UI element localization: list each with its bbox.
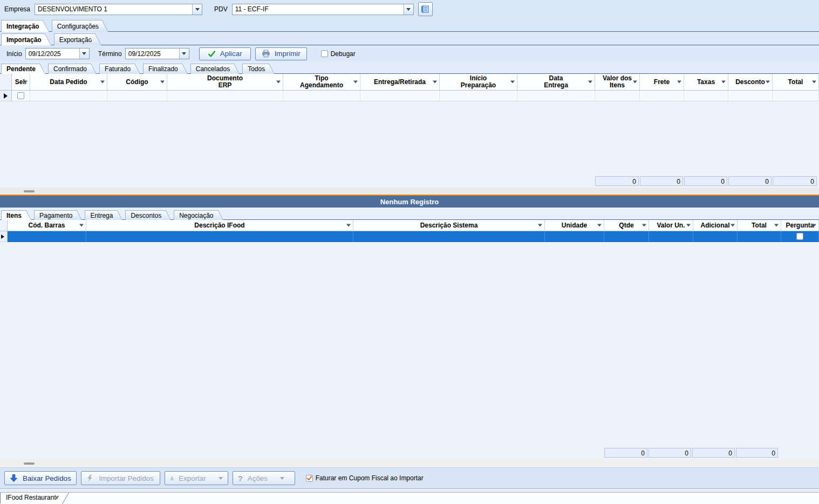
column-header-frete[interactable]: Frete bbox=[640, 74, 684, 91]
filter-row: Início 09/12/2025 Término 09/12/2025 Apl… bbox=[0, 45, 819, 62]
filter-arrow-icon[interactable] bbox=[721, 81, 726, 86]
column-header-data-pedido[interactable]: Data Pedido bbox=[30, 74, 107, 91]
pergunta-cell[interactable] bbox=[781, 231, 819, 242]
filter-arrow-icon[interactable] bbox=[353, 81, 358, 86]
tab-pendente[interactable]: Pendente bbox=[1, 64, 39, 74]
checkbox-checked-icon[interactable] bbox=[306, 475, 313, 482]
tab-todos[interactable]: Todos bbox=[242, 64, 268, 74]
checkbox-icon[interactable] bbox=[321, 50, 328, 57]
table-row[interactable] bbox=[0, 91, 819, 101]
column-header-qtde[interactable]: Qtde bbox=[604, 220, 649, 231]
filter-arrow-icon[interactable] bbox=[766, 81, 770, 86]
tab-itens[interactable]: Itens bbox=[1, 210, 25, 220]
inicio-date-picker[interactable]: 09/12/2025 bbox=[25, 48, 90, 59]
chevron-down-icon[interactable] bbox=[79, 49, 89, 59]
filter-arrow-icon[interactable] bbox=[774, 224, 779, 229]
filter-arrow-icon[interactable] bbox=[812, 224, 816, 229]
column-header-cod-barras[interactable]: Cód. Barras bbox=[8, 220, 86, 231]
page-tab-ifood-restaurante[interactable]: IFood Restaurante bbox=[0, 493, 62, 503]
debugar-checkbox[interactable]: Debugar bbox=[321, 50, 356, 58]
column-header-tipo-agendamento[interactable]: Tipo Agendamento bbox=[283, 74, 360, 91]
tab-cancelados[interactable]: Cancelados bbox=[190, 64, 233, 74]
column-header-inicio-preparacao[interactable]: Início Preparação bbox=[440, 74, 517, 91]
column-header-data-entrega[interactable]: Data Entrega bbox=[517, 74, 595, 91]
column-header-valor-un[interactable]: Valor Un. bbox=[649, 220, 693, 231]
importar-pedidos-button[interactable]: Importar Pedidos bbox=[81, 471, 160, 485]
tab-label: Finalizado bbox=[148, 65, 178, 73]
column-header-pergunta[interactable]: Pergunta bbox=[781, 220, 819, 231]
faturar-checkbox[interactable]: Faturar em Cupom Fiscal ao Importar bbox=[306, 474, 424, 482]
baixar-pedidos-button[interactable]: Baixar Pedidos bbox=[4, 471, 77, 485]
column-header-unidade[interactable]: Unidade bbox=[545, 220, 604, 231]
column-header-total-item[interactable]: Total bbox=[738, 220, 781, 231]
acoes-button[interactable]: ? Ações bbox=[233, 471, 295, 485]
filter-arrow-icon[interactable] bbox=[538, 224, 542, 229]
tab-confirmado[interactable]: Confirmado bbox=[48, 64, 90, 74]
column-header-descricao-ifood[interactable]: Descrição IFood bbox=[86, 220, 353, 231]
tab-exportacao[interactable]: Exportação bbox=[54, 33, 95, 45]
splitter-handle-icon[interactable] bbox=[24, 462, 35, 465]
pdv-combobox[interactable]: 11 - ECF-IF bbox=[232, 4, 414, 15]
column-header-documento-erp[interactable]: Documento ERP bbox=[167, 74, 283, 91]
top-bar: Empresa DESENVOLVIMENTO 1 PDV 11 - ECF-I… bbox=[0, 0, 819, 18]
chevron-down-icon[interactable] bbox=[179, 49, 189, 59]
exportar-button[interactable]: Exportar bbox=[165, 471, 228, 485]
tab-pagamento[interactable]: Pagamento bbox=[34, 210, 76, 220]
column-header-descricao-sistema[interactable]: Descrição Sistema bbox=[353, 220, 545, 231]
select-checkbox[interactable] bbox=[17, 92, 24, 99]
tab-label: Confirmado bbox=[53, 65, 87, 73]
filter-arrow-icon[interactable] bbox=[642, 224, 646, 229]
summary-valor-un: 0 bbox=[649, 448, 691, 458]
tab-descontos[interactable]: Descontos bbox=[125, 210, 165, 220]
tab-finalizado[interactable]: Finalizado bbox=[143, 64, 181, 74]
column-header-entrega-retirada[interactable]: Entrega/Retirada bbox=[360, 74, 440, 91]
tab-entrega[interactable]: Entrega bbox=[85, 210, 116, 220]
filter-arrow-icon[interactable] bbox=[588, 81, 592, 86]
chevron-down-icon[interactable] bbox=[192, 4, 202, 15]
filter-arrow-icon[interactable] bbox=[812, 81, 816, 86]
chevron-down-icon[interactable] bbox=[404, 4, 413, 15]
filter-arrow-icon[interactable] bbox=[510, 81, 515, 86]
filter-arrow-icon[interactable] bbox=[23, 81, 28, 86]
filter-arrow-icon[interactable] bbox=[100, 81, 105, 86]
tab-negociacao[interactable]: Negociação bbox=[174, 210, 216, 220]
column-header-sel[interactable]: Sel. bbox=[12, 74, 30, 91]
filter-arrow-icon[interactable] bbox=[731, 224, 735, 229]
importar-label: Importar Pedidos bbox=[99, 474, 154, 482]
column-header-valor-itens[interactable]: Valor dos Itens bbox=[595, 74, 640, 91]
column-header-desconto[interactable]: Desconto bbox=[728, 74, 773, 91]
termino-date-picker[interactable]: 09/12/2025 bbox=[125, 48, 189, 59]
tab-configuracoes[interactable]: Configurações bbox=[52, 20, 102, 32]
column-header-total[interactable]: Total bbox=[773, 74, 819, 91]
chevron-down-icon[interactable] bbox=[219, 477, 223, 482]
tab-importacao[interactable]: Importação bbox=[1, 33, 45, 45]
filter-arrow-icon[interactable] bbox=[433, 81, 437, 86]
filter-arrow-icon[interactable] bbox=[686, 224, 691, 229]
aplicar-button[interactable]: Aplicar bbox=[199, 47, 251, 60]
column-header-codigo[interactable]: Código bbox=[107, 74, 167, 91]
filter-arrow-icon[interactable] bbox=[346, 224, 351, 229]
empresa-combobox[interactable]: DESENVOLVIMENTO 1 bbox=[35, 4, 202, 15]
table-row-selected[interactable] bbox=[0, 231, 819, 242]
tab-label: Importação bbox=[6, 36, 42, 44]
receipt-button[interactable] bbox=[418, 2, 433, 16]
filter-arrow-icon[interactable] bbox=[276, 81, 281, 86]
select-cell[interactable] bbox=[12, 91, 30, 101]
tab-faturado[interactable]: Faturado bbox=[99, 64, 134, 74]
chevron-down-icon[interactable] bbox=[280, 477, 284, 482]
tab-integracao[interactable]: Integração bbox=[1, 20, 43, 32]
horizontal-splitter[interactable] bbox=[0, 459, 819, 467]
column-header-adicional[interactable]: Adicional bbox=[693, 220, 738, 231]
pergunta-checkbox[interactable] bbox=[796, 233, 803, 240]
filter-arrow-icon[interactable] bbox=[79, 224, 84, 229]
filter-arrow-icon[interactable] bbox=[160, 81, 165, 86]
column-header-taxas[interactable]: Taxas bbox=[684, 74, 728, 91]
splitter-handle-icon[interactable] bbox=[24, 190, 35, 192]
filter-arrow-icon[interactable] bbox=[677, 81, 681, 86]
filter-arrow-icon[interactable] bbox=[597, 224, 602, 229]
items-grid: Cód. Barras Descrição IFood Descrição Si… bbox=[0, 220, 819, 459]
horizontal-splitter[interactable] bbox=[0, 188, 819, 195]
items-summary-row: 0 0 0 0 bbox=[604, 448, 778, 458]
imprimir-button[interactable]: Imprimir bbox=[255, 47, 307, 60]
filter-arrow-icon[interactable] bbox=[633, 81, 637, 86]
